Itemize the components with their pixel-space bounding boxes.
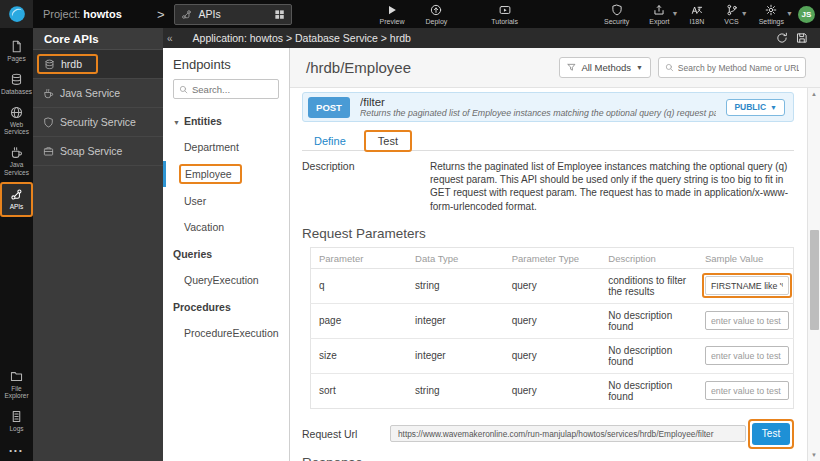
branch-icon [726,4,738,16]
more-options-button[interactable]: ••• [9,438,23,461]
grid-icon[interactable] [274,9,285,20]
rail-item-pages[interactable]: Pages [0,35,33,68]
api-item-security-service[interactable]: Security Service [33,108,163,137]
main-scrollbar-thumb[interactable] [810,230,819,330]
methods-filter-dropdown[interactable]: All Methods ▼ [559,57,651,78]
sample-value-input-sort[interactable] [705,381,789,400]
method-badge-post[interactable]: POST [308,97,350,118]
parameter-type-cell: query [504,268,601,303]
endpoint-queryexecution[interactable]: QueryExecution [163,267,289,293]
visibility-dropdown[interactable]: PUBLIC ▼ [726,99,785,116]
topbar-preview-button[interactable]: Preview [378,4,407,25]
topbar-vcs-label: VCS [724,18,738,25]
rail-item-databases[interactable]: Databases [0,68,33,101]
sample-value-input-size[interactable] [705,346,789,365]
gear-icon [765,4,777,16]
rail-item-java-services[interactable]: Java Services [0,141,33,182]
sample-value-input-q[interactable] [705,276,789,295]
sample-value-cell [697,268,794,303]
sample-value-highlight [702,273,792,298]
parameter-cell: page [311,303,408,338]
api-item-java-service[interactable]: Java Service [33,79,163,108]
tab-apis-label: APIs [199,8,267,20]
endpoints-group-entities[interactable]: ▼Entities [163,107,289,134]
topbar-i18n-button[interactable]: I18N [688,4,707,25]
topbar-vcs-button[interactable]: VCS▼ [722,4,740,25]
main-header: /hrdb/Employee All Methods ▼ [290,48,820,88]
description-cell: conditions to filter the results [600,268,697,303]
table-row-q: qstringqueryconditions to filter the res… [311,268,794,303]
database-icon [10,73,23,86]
rail-item-apis[interactable]: APIs [0,182,33,217]
tab-test[interactable]: Test [364,130,412,152]
topbar-settings-label: Settings [759,18,784,25]
collapse-panel-icon[interactable]: « [167,33,173,44]
tab-apis[interactable]: APIs [174,4,292,25]
selection-highlight: hrdb [37,54,98,74]
topbar-deploy-button[interactable]: Deploy [424,4,450,25]
main-scrollbar[interactable]: ▲ ▼ [807,88,820,461]
topbar-export-button[interactable]: Export▼ [647,4,671,25]
description-text: Returns the paginated list of Employee i… [430,160,794,213]
rail-item-file-explorer[interactable]: File Explorer [0,365,33,406]
refresh-icon[interactable] [776,32,788,44]
parameter-cell: sort [311,373,408,408]
endpoint-label: User [184,195,206,207]
translate-icon [691,4,703,16]
endpoint-procedureexecution[interactable]: ProcedureExecution [163,320,289,346]
method-search-input[interactable] [678,63,799,73]
topbar-tutorials-button[interactable]: Tutorials [489,4,520,25]
description-cell: No description found [600,338,697,373]
api-icon [10,188,23,201]
topbar-preview-label: Preview [380,18,405,25]
endpoints-group-label: Procedures [173,301,231,313]
parameter-cell: size [311,338,408,373]
topbar-settings-button[interactable]: Settings▼ [757,4,786,25]
sample-value-input-page[interactable] [705,311,789,330]
endpoint-row-filter[interactable]: POST /filter Returns the paginated list … [302,92,794,122]
tab-define[interactable]: Define [302,132,358,150]
request-url-input[interactable] [390,425,746,442]
response-title: Response [302,449,794,461]
endpoint-vacation[interactable]: Vacation [163,214,289,240]
api-item-soap-service[interactable]: Soap Service [33,137,163,166]
description-label: Description [302,160,430,213]
scroll-up-icon[interactable]: ▲ [808,91,820,97]
endpoints-search[interactable] [173,79,279,99]
globe-icon [10,106,23,119]
save-icon[interactable] [796,32,808,44]
request-parameters-table: ParameterData TypeParameter TypeDescript… [310,247,794,409]
data-type-cell: string [407,373,504,408]
coffee-icon [10,146,23,159]
endpoint-department[interactable]: Department [163,134,289,160]
api-item-hrdb[interactable]: hrdb [33,50,163,79]
scroll-down-icon[interactable]: ▼ [808,452,820,458]
test-button[interactable]: Test [752,423,790,445]
table-row-page: pageintegerqueryNo description found [311,303,794,338]
topbar-tutorials-label: Tutorials [491,18,518,25]
project-name: Project: howtos [43,8,143,20]
folder-icon [10,370,23,383]
endpoints-group-queries[interactable]: Queries [163,240,289,267]
avatar[interactable]: JS [798,6,815,23]
top-bar: Project: howtos > APIs PreviewDeploy Tut… [0,0,820,28]
endpoint-user[interactable]: User [163,188,289,214]
wavemaker-logo[interactable] [0,0,33,28]
endpoints-panel: Endpoints ▼EntitiesDepartmentEmployeeUse… [163,48,290,461]
rail-item-web-services[interactable]: Web Services [0,101,33,142]
topbar-security-button[interactable]: Security [602,4,631,25]
endpoints-search-input[interactable] [192,84,272,95]
method-search[interactable] [658,57,806,78]
rail-item-logs[interactable]: Logs [0,405,33,438]
visibility-label: PUBLIC [734,102,766,112]
request-parameters-title: Request Parameters [302,220,794,247]
endpoint-employee[interactable]: Employee [163,160,289,188]
parameter-type-cell: query [504,338,601,373]
api-item-label: Security Service [60,116,136,128]
table-row-sort: sortstringqueryNo description found [311,373,794,408]
wavemaker-logo-icon [8,5,26,23]
endpoint-label: QueryExecution [184,274,259,286]
parameter-type-cell: query [504,303,601,338]
endpoints-group-procedures[interactable]: Procedures [163,293,289,320]
define-test-tabs: DefineTest [302,129,794,151]
